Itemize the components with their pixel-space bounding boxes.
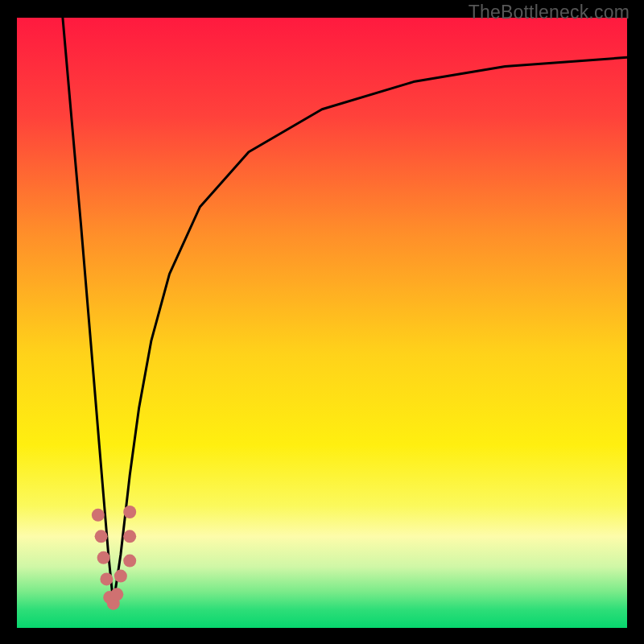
chart-svg	[17, 18, 627, 628]
curve-left-branch	[63, 18, 114, 604]
scatter-dot	[97, 551, 110, 564]
scatter-dot	[114, 570, 127, 583]
scatter-dot	[110, 588, 123, 601]
scatter-dot	[92, 509, 105, 522]
scatter-dot	[95, 530, 108, 543]
chart-frame: TheBottleneck.com	[0, 0, 644, 644]
scatter-dot	[100, 572, 113, 585]
scatter-dot	[123, 506, 136, 518]
scatter-dot	[123, 530, 136, 543]
curve-right-branch	[114, 57, 627, 603]
scatter-dot	[123, 555, 136, 568]
